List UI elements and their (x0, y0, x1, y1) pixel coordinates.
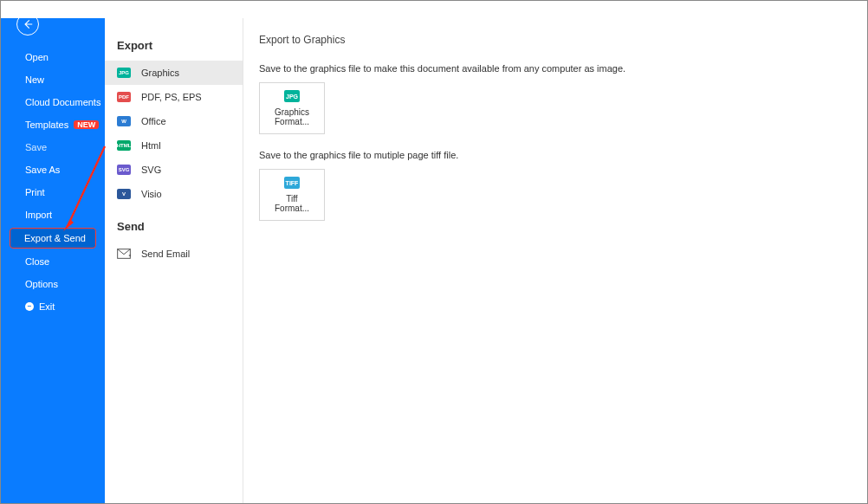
sidebar-item-cloud-documents[interactable]: Cloud Documents (1, 91, 105, 113)
export-option-label: SVG (141, 165, 161, 175)
export-option-visio[interactable]: V Visio (105, 182, 243, 206)
sidebar-item-label: Close (25, 256, 49, 267)
sidebar-item-export-send[interactable]: Export & Send (10, 228, 96, 249)
new-badge: NEW (74, 120, 99, 129)
sidebar-item-label: Save As (25, 165, 60, 175)
sidebar-item-import[interactable]: Import (1, 204, 105, 226)
sidebar-item-templates[interactable]: TemplatesNEW (1, 113, 105, 136)
sidebar-item-label: Templates (25, 120, 68, 130)
sidebar-item-label: Open (25, 52, 49, 62)
jpg-icon: JPG (284, 90, 300, 102)
tiff-icon: TIFF (284, 177, 300, 189)
export-option-label: Html (141, 140, 161, 151)
word-icon: W (117, 116, 131, 126)
sidebar-item-open[interactable]: Open (1, 46, 105, 68)
sidebar-item-save-as[interactable]: Save As (1, 158, 105, 181)
tile-label: Graphics Format... (275, 107, 309, 126)
export-option-html[interactable]: HTML Html (105, 133, 243, 158)
tiff-format-tile[interactable]: TIFF Tiff Format... (259, 169, 325, 221)
exit-icon: − (25, 302, 34, 311)
sidebar-item-label: Import (25, 210, 52, 220)
graphics-description: Save to the graphics file to make this d… (259, 63, 867, 74)
sidebar-item-label: Save (25, 142, 47, 152)
sidebar-item-close[interactable]: Close (1, 250, 105, 273)
main-content: Export to Graphics Save to the graphics … (243, 1, 867, 503)
export-send-column: Export JPG Graphics PDF PDF, PS, EPS W O… (105, 1, 243, 503)
sidebar-item-label: Print (25, 187, 45, 197)
sidebar-item-options[interactable]: Options (1, 273, 105, 295)
send-option-email[interactable]: Send Email (105, 242, 243, 266)
export-option-label: Graphics (141, 68, 179, 78)
email-icon (117, 249, 131, 259)
sidebar-item-label: Cloud Documents (25, 97, 100, 107)
pdf-icon: PDF (117, 92, 131, 102)
send-heading: Send (105, 215, 243, 242)
sidebar-item-exit[interactable]: − Exit (1, 295, 105, 318)
tile-label: Tiff Format... (275, 194, 309, 213)
sidebar-item-print[interactable]: Print (1, 181, 105, 204)
svg-icon: SVG (117, 165, 131, 175)
sidebar-item-label: Exit (39, 301, 55, 312)
sidebar-item-label: Options (25, 279, 58, 289)
export-option-label: Visio (141, 189, 162, 199)
visio-icon: V (117, 189, 131, 199)
html-icon: HTML (117, 140, 131, 151)
export-option-label: Office (141, 116, 166, 126)
sidebar-item-label: New (25, 74, 44, 85)
main-title: Export to Graphics (259, 34, 867, 46)
sidebar-item-new[interactable]: New (1, 68, 105, 91)
sidebar: Open New Cloud Documents TemplatesNEW Sa… (1, 1, 105, 503)
jpg-icon: JPG (117, 68, 131, 78)
export-option-graphics[interactable]: JPG Graphics (105, 61, 243, 85)
send-option-label: Send Email (141, 249, 190, 259)
export-option-pdf[interactable]: PDF PDF, PS, EPS (105, 85, 243, 109)
export-option-office[interactable]: W Office (105, 109, 243, 133)
sidebar-item-label: Export & Send (24, 233, 86, 243)
export-heading: Export (105, 34, 243, 61)
sidebar-item-save[interactable]: Save (1, 136, 105, 158)
export-option-svg[interactable]: SVG SVG (105, 158, 243, 182)
export-option-label: PDF, PS, EPS (141, 92, 202, 102)
tiff-description: Save to the graphics file to mutiple pag… (259, 150, 867, 160)
graphics-format-tile[interactable]: JPG Graphics Format... (259, 82, 325, 134)
arrow-left-icon (22, 18, 34, 30)
